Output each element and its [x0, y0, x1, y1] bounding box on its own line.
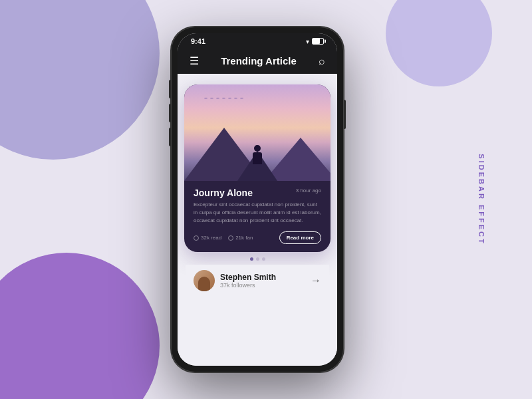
battery-icon [312, 38, 324, 45]
read-more-button[interactable]: Read more [279, 231, 321, 244]
fan-count: 21k fan [235, 235, 253, 241]
birds [204, 98, 257, 99]
card-time: 3 hour ago [296, 188, 321, 194]
dots-indicator [250, 257, 265, 261]
status-icons: ▾ [306, 38, 324, 45]
card-header-row: Journy Alone 3 hour ago [194, 188, 321, 198]
stat-fan: 21k fan [228, 235, 253, 241]
bird [222, 98, 225, 99]
bird [228, 98, 231, 99]
phone-wrapper: 9:41 ▾ ☰ Trending Article ⌕ [171, 27, 344, 372]
card-image-background [184, 84, 331, 181]
person-silhouette [253, 145, 262, 164]
search-icon[interactable]: ⌕ [319, 55, 325, 67]
menu-icon[interactable]: ☰ [190, 55, 199, 67]
read-icon [194, 235, 199, 241]
article-card: Journy Alone 3 hour ago Excepteur sint o… [184, 84, 331, 252]
header-title: Trending Article [221, 55, 297, 66]
card-content: Journy Alone 3 hour ago Excepteur sint o… [184, 181, 331, 252]
person-head [254, 145, 261, 152]
bg-shape-top-right [386, 0, 492, 86]
status-bar: 9:41 ▾ [178, 33, 337, 48]
sidebar-label: SIDEBAR EFFECT [477, 154, 485, 245]
dot-3 [262, 257, 265, 261]
card-image [184, 84, 331, 181]
bird [216, 98, 219, 99]
author-avatar [194, 270, 215, 291]
author-name: Stephen Smith [220, 273, 311, 282]
phone: 9:41 ▾ ☰ Trending Article ⌕ [171, 27, 344, 372]
wifi-icon: ▾ [306, 38, 309, 45]
avatar-person [198, 277, 210, 291]
bg-shape-top-left [0, 0, 160, 160]
app-header: ☰ Trending Article ⌕ [178, 48, 337, 74]
dot-2 [256, 257, 259, 261]
card-stats: 32k read 21k fan [194, 235, 253, 241]
person-body [253, 152, 262, 164]
dot-1 [250, 257, 253, 261]
card-title: Journy Alone [194, 188, 253, 198]
author-section: Stephen Smith 37k followers → [186, 265, 329, 297]
phone-screen: 9:41 ▾ ☰ Trending Article ⌕ [178, 33, 337, 366]
card-description: Excepteur sint occaecat cupidatat non pr… [194, 201, 321, 225]
bird [204, 98, 207, 99]
bird [210, 98, 213, 99]
bird [240, 98, 243, 99]
card-footer: 32k read 21k fan Read more [194, 231, 321, 244]
content-area: Journy Alone 3 hour ago Excepteur sint o… [178, 74, 337, 366]
author-info: Stephen Smith 37k followers [220, 273, 311, 289]
author-followers: 37k followers [220, 282, 311, 289]
stat-read: 32k read [194, 235, 221, 241]
battery-fill [313, 39, 320, 44]
status-time: 9:41 [191, 37, 205, 45]
read-count: 32k read [201, 235, 221, 241]
bird [234, 98, 237, 99]
fan-icon [228, 235, 233, 241]
bg-shape-bottom-left [0, 253, 160, 399]
author-arrow-icon[interactable]: → [311, 275, 321, 287]
